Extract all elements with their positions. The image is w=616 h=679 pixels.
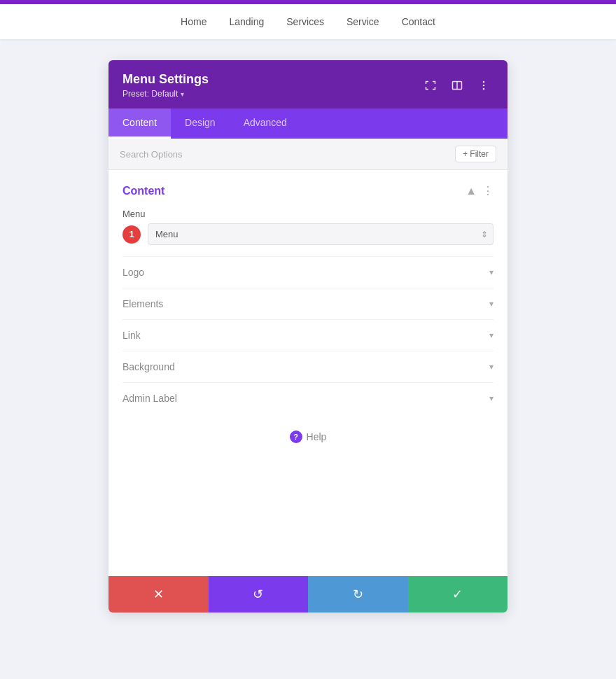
help-icon: ?	[290, 430, 302, 443]
panel-header: Menu Settings Preset: Default ▾	[108, 60, 507, 108]
svg-point-4	[483, 88, 485, 90]
redo-button[interactable]: ↻	[308, 576, 408, 612]
settings-panel: Menu Settings Preset: Default ▾	[108, 60, 507, 612]
content-section-actions: ▲ ⋮	[465, 184, 493, 197]
link-section-header[interactable]: Link ▾	[122, 330, 493, 341]
filter-button[interactable]: + Filter	[455, 146, 496, 162]
nav-landing[interactable]: Landing	[229, 16, 264, 27]
logo-section-header[interactable]: Logo ▾	[122, 267, 493, 278]
help-row[interactable]: ? Help	[122, 430, 493, 443]
svg-point-2	[483, 80, 485, 83]
logo-chevron-icon: ▾	[489, 267, 493, 277]
search-options-text: Search Options	[120, 149, 183, 160]
elements-section-title: Elements	[122, 298, 163, 309]
section-more-icon[interactable]: ⋮	[482, 184, 493, 197]
content-section-title: Content	[122, 185, 164, 197]
fullscreen-icon[interactable]	[421, 76, 440, 95]
nav-bar: Home Landing Services Service Contact	[0, 4, 616, 39]
menu-select[interactable]: Menu	[148, 223, 493, 245]
main-content: Menu Settings Preset: Default ▾	[0, 39, 616, 634]
admin-label-section-title: Admin Label	[122, 393, 177, 404]
help-label: Help	[307, 431, 327, 442]
menu-select-row: 1 Menu	[122, 223, 493, 245]
collapse-icon[interactable]: ▲	[465, 185, 477, 197]
background-section-title: Background	[122, 361, 175, 372]
search-bar: Search Options + Filter	[108, 139, 507, 170]
tab-advanced[interactable]: Advanced	[230, 108, 301, 139]
elements-section: Elements ▾	[122, 288, 493, 319]
background-chevron-icon: ▾	[489, 362, 493, 372]
action-bar: ✕ ↺ ↻ ✓	[108, 576, 507, 612]
background-section-header[interactable]: Background ▾	[122, 361, 493, 372]
menu-select-wrapper: Menu	[148, 223, 493, 245]
content-section-header: Content ▲ ⋮	[122, 184, 493, 197]
panel-header-icons	[421, 76, 493, 95]
nav-service[interactable]: Service	[346, 16, 379, 27]
undo-button[interactable]: ↺	[209, 576, 309, 612]
panel-title: Menu Settings	[122, 71, 209, 88]
admin-label-section-header[interactable]: Admin Label ▾	[122, 393, 493, 404]
menu-badge: 1	[122, 225, 141, 244]
background-section: Background ▾	[122, 351, 493, 382]
logo-section-title: Logo	[122, 267, 144, 278]
svg-point-3	[483, 84, 485, 86]
tab-content[interactable]: Content	[108, 108, 171, 139]
nav-home[interactable]: Home	[181, 16, 206, 27]
logo-section: Logo ▾	[122, 256, 493, 288]
admin-label-section: Admin Label ▾	[122, 382, 493, 414]
link-section-title: Link	[122, 330, 141, 341]
elements-chevron-icon: ▾	[489, 299, 493, 309]
preset-arrow-icon: ▾	[181, 90, 184, 98]
split-view-icon[interactable]	[447, 76, 467, 95]
menu-field-label: Menu	[122, 209, 493, 219]
nav-services[interactable]: Services	[286, 16, 324, 27]
tab-design[interactable]: Design	[171, 108, 230, 139]
panel-header-left: Menu Settings Preset: Default ▾	[122, 71, 209, 99]
link-chevron-icon: ▾	[489, 330, 493, 340]
elements-section-header[interactable]: Elements ▾	[122, 298, 493, 309]
cancel-button[interactable]: ✕	[108, 576, 209, 612]
more-options-icon[interactable]	[474, 76, 493, 95]
admin-label-chevron-icon: ▾	[489, 393, 493, 403]
panel-tabs: Content Design Advanced	[108, 108, 507, 139]
menu-field-group: Menu 1 Menu	[122, 209, 493, 245]
nav-contact[interactable]: Contact	[402, 16, 435, 27]
link-section: Link ▾	[122, 319, 493, 351]
panel-preset[interactable]: Preset: Default ▾	[122, 89, 209, 99]
panel-body: Content ▲ ⋮ Menu 1 Menu	[108, 170, 507, 576]
save-button[interactable]: ✓	[408, 576, 508, 612]
